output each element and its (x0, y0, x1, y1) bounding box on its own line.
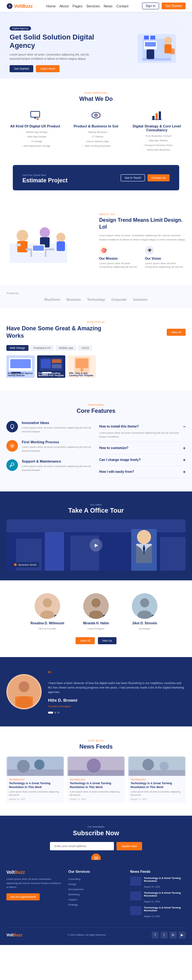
gear-icon (9, 443, 15, 449)
footer-service-2[interactable]: Design (68, 882, 124, 887)
footer-news-item-3[interactable]: Technology is A Great Turning Revolution… (130, 906, 186, 918)
feature-title-3: Support & Maintenance (22, 459, 93, 463)
news-card-1[interactable]: Technology Technology is A Great Turning… (6, 757, 64, 803)
partners-section: Trusted by BlueStone Business Technology… (0, 285, 192, 308)
dot-1[interactable] (48, 712, 53, 714)
svg-rect-46 (52, 359, 61, 363)
hero-learn-more-button[interactable]: Learn More (36, 65, 60, 72)
team-section: 9+ Rosalina D. Willmount CEO & Founder 8… (0, 581, 192, 657)
feature-title-2: First Working Process (22, 440, 93, 444)
team-avatar-2: 8+ (83, 593, 109, 619)
faq-question-2[interactable]: How to customize? + (99, 445, 186, 451)
dot-3[interactable] (58, 712, 60, 714)
portfolio-view-all-button[interactable]: View All (167, 329, 186, 336)
nav-pages[interactable]: Pages (72, 4, 83, 8)
nav-contact[interactable]: Contact (116, 4, 128, 8)
portfolio-tab-freelance[interactable]: Freelance F0 (30, 345, 54, 351)
partners-logos: BlueStone Business Technology Corporate … (6, 298, 186, 301)
service-item: App App Startup (131, 138, 183, 143)
service-item: Web Hosting Business (71, 144, 121, 148)
nav-services[interactable]: Services (87, 4, 100, 8)
nav-news[interactable]: News (104, 4, 113, 8)
footer-service-5[interactable]: Support (68, 897, 124, 902)
about-description: Lorem ipsum dolor sit amet, consectetur … (99, 234, 186, 242)
svg-rect-22 (156, 113, 158, 120)
news-content-1: Technology Technology is A Great Turning… (6, 776, 64, 803)
social-facebook[interactable]: f (152, 932, 159, 939)
play-button[interactable] (90, 539, 102, 552)
team-avatar-1: 9+ (35, 593, 60, 619)
subscribe-button[interactable]: Inquire Now (116, 842, 142, 850)
bulb-icon (9, 424, 15, 430)
nav-home[interactable]: Home (46, 4, 55, 8)
social-youtube[interactable]: ▶ (179, 932, 186, 939)
portfolio-label-2: Frontline Consulting Business PSD Templa… (38, 372, 64, 377)
faq-toggle-4[interactable]: + (183, 469, 186, 474)
portfolio-tab-uiux[interactable]: UI/UX (78, 345, 92, 351)
innovative-icon (6, 421, 18, 433)
news-card-3[interactable]: Technology Technology is A Great Turning… (128, 757, 186, 803)
hire-us-button[interactable]: Hire Us (98, 637, 116, 644)
faq-question-4[interactable]: How I edit easily from? + (99, 469, 186, 474)
svg-rect-37 (33, 245, 44, 251)
testimonial-role: Founder & Designer (48, 705, 71, 708)
estimate-contact2-button[interactable]: Contact Us (148, 174, 170, 181)
estimate-contact-button[interactable]: Get In Touch (121, 174, 145, 181)
faq-q-text-4: How I edit easily from? (99, 470, 134, 474)
svg-point-7 (164, 37, 172, 44)
news-meta-3: August 12, 2022 (131, 798, 183, 800)
team-role-1: CEO & Founder (38, 627, 57, 630)
footer-services-col: Our Services Consulting Design Developme… (68, 870, 124, 921)
social-linkedin[interactable]: in (170, 932, 177, 939)
social-twitter[interactable]: t (161, 932, 168, 939)
signin-button[interactable]: Sign In (142, 3, 159, 9)
team-badge-3: 7+ (151, 615, 157, 619)
footer-service-4[interactable]: Marketing (68, 892, 124, 897)
footer-news-headline-1: Technology is A Great Turning Revolution (144, 877, 186, 882)
mission-icon: 🎯 (99, 246, 108, 255)
partner-3: Technology (87, 298, 105, 301)
service-card-ux: All Kind Of Digital UX Product Mobile Ap… (9, 109, 61, 153)
brand-logo[interactable]: VoltBuzz (6, 3, 33, 9)
team-view-all-button[interactable]: View All (76, 637, 94, 644)
faq-question-3[interactable]: Can I change image freely? + (99, 457, 186, 463)
team-role-2: Lead Designer (88, 627, 104, 630)
svg-point-53 (80, 368, 83, 371)
hero-get-started-button[interactable]: Get Started (9, 65, 33, 72)
footer-news-text-1: Technology is A Great Turning Revolution… (144, 877, 186, 889)
faq-question-1[interactable]: How to install this theme? − (99, 424, 186, 429)
get-started-nav-button[interactable]: Get Started (162, 3, 186, 9)
dot-2[interactable] (54, 712, 56, 714)
nav-about[interactable]: About (60, 4, 69, 8)
hero-section: Digital Agency Get Solid Solution Digita… (0, 12, 192, 79)
svg-point-17 (37, 118, 39, 120)
faq-q-text-2: How to customize? (99, 446, 128, 450)
svg-rect-85 (7, 769, 63, 776)
footer-news-item-2[interactable]: Technology is A Great Turning Revolution… (130, 891, 186, 904)
svg-rect-52 (76, 358, 88, 368)
portfolio-tab-mobile[interactable]: Mobile App (56, 345, 77, 351)
news-card-2[interactable]: Technology Technology is A Great Turning… (67, 757, 125, 803)
news-meta-2: August 11, 2022 (70, 798, 122, 800)
faq-toggle-3[interactable]: + (183, 457, 186, 463)
footer-news-item-1[interactable]: Technology is A Great Turning Revolution… (130, 877, 186, 889)
portfolio-item-2[interactable]: Frontline Consulting Business PSD Templa… (37, 355, 65, 378)
news-section: Our Blog News Feeds Technology Technolog… (0, 726, 192, 816)
portfolio-tabs: Web Design Freelance F0 Mobile App UI/UX (6, 345, 186, 351)
partner-1: BlueStone (44, 298, 60, 301)
footer-service-1[interactable]: Consulting (68, 877, 124, 882)
faq-toggle-2[interactable]: + (183, 445, 186, 451)
portfolio-item-1[interactable]: Romatic Digital Agency Startup Website (6, 355, 35, 378)
svg-point-31 (56, 233, 65, 242)
portfolio-tab-web[interactable]: Web Design (6, 345, 28, 351)
footer-appointment-button[interactable]: Get An Appointment (6, 893, 40, 900)
core-features-title: Core Features (6, 408, 186, 414)
footer-service-6[interactable]: Strategy (68, 902, 124, 907)
service-title-3: Digital Strategy & Core Level Consultanc… (131, 124, 183, 132)
core-features-label: Features (6, 404, 186, 406)
news-img-2 (67, 757, 125, 776)
portfolio-item-3[interactable]: N50 - Saas & App Landing PSD Template (68, 355, 96, 378)
faq-toggle-1[interactable]: − (183, 424, 186, 429)
subscribe-email-input[interactable] (50, 842, 114, 850)
footer-service-3[interactable]: Development (68, 887, 124, 892)
